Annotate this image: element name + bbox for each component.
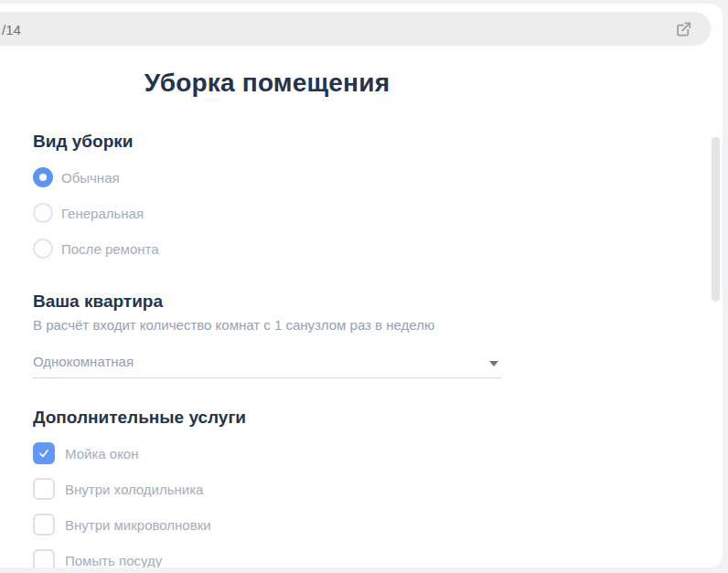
checkbox-dishes[interactable]: Помыть посуду xyxy=(33,549,501,568)
page-title: Уборка помещения xyxy=(33,68,501,99)
url-text: /14 xyxy=(2,21,21,37)
chevron-down-icon xyxy=(489,361,498,366)
checkbox-icon xyxy=(33,442,55,464)
app-panel: /14 Уборка помещения Вид уборки Обычная … xyxy=(0,4,723,568)
checkbox-icon xyxy=(33,478,55,500)
radio-icon xyxy=(33,239,53,259)
radio-icon xyxy=(33,167,53,187)
apartment-note: В расчёт входит количество комнат с 1 са… xyxy=(33,316,501,334)
checkbox-label: Внутри холодильника xyxy=(65,482,203,497)
section-heading-extra-services: Дополнительные услуги xyxy=(33,407,501,429)
section-heading-cleaning-type: Вид уборки xyxy=(33,131,501,153)
radio-option-regular[interactable]: Обычная xyxy=(33,167,501,187)
radio-option-post-renovation[interactable]: После ремонта xyxy=(33,239,501,259)
scrollbar-thumb[interactable] xyxy=(712,137,720,302)
radio-option-label: Обычная xyxy=(61,170,120,186)
checkbox-microwave-interior[interactable]: Внутри микроволновки xyxy=(33,514,501,536)
radio-option-general[interactable]: Генеральная xyxy=(33,203,501,223)
checkbox-window-washing[interactable]: Мойка окон xyxy=(33,442,501,464)
checkbox-icon xyxy=(33,549,55,568)
checkbox-icon xyxy=(33,514,55,536)
apartment-select-value: Однокомнатная xyxy=(33,354,134,369)
radio-icon xyxy=(33,203,53,223)
checkbox-fridge-interior[interactable]: Внутри холодильника xyxy=(33,478,501,500)
radio-option-label: Генеральная xyxy=(61,206,144,221)
checkbox-label: Помыть посуду xyxy=(65,553,162,568)
checkbox-label: Внутри микроволновки xyxy=(65,517,211,533)
cleaning-type-radio-group: Обычная Генеральная После ремонта xyxy=(33,167,501,259)
section-heading-apartment: Ваша квартира xyxy=(33,291,501,313)
radio-option-label: После ремонта xyxy=(61,241,159,257)
extra-services-checkbox-group: Мойка окон Внутри холодильника Внутри ми… xyxy=(33,442,501,568)
checkbox-label: Мойка окон xyxy=(65,446,139,462)
apartment-select[interactable]: Однокомнатная xyxy=(33,353,501,378)
external-link-icon[interactable] xyxy=(675,20,692,37)
cleaning-form: Уборка помещения Вид уборки Обычная Гене… xyxy=(33,4,501,568)
